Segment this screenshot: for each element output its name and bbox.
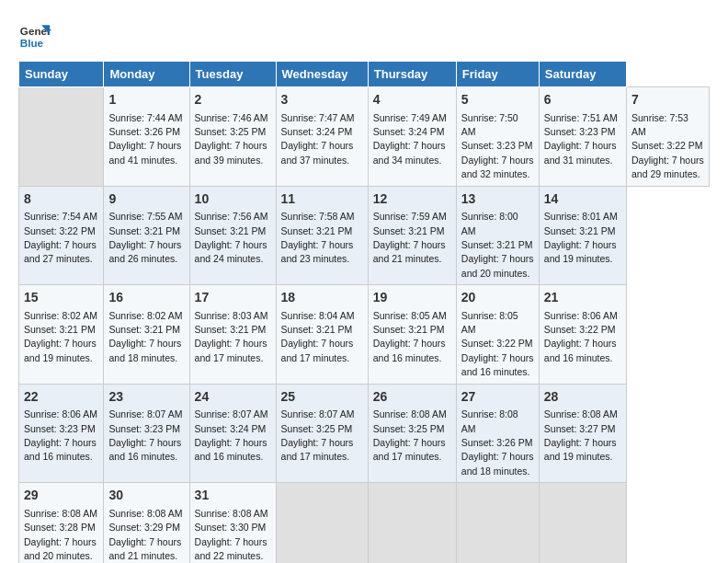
day-info: Sunrise: 7:44 AMSunset: 3:26 PMDaylight:… (108, 112, 182, 166)
day-number: 4 (373, 91, 451, 109)
day-info: Sunrise: 8:00 AMSunset: 3:21 PMDaylight:… (461, 211, 534, 279)
day-info: Sunrise: 8:08 AMSunset: 3:30 PMDaylight:… (195, 508, 268, 561)
day-number: 30 (108, 487, 184, 505)
day-number: 15 (24, 289, 98, 307)
svg-text:Blue: Blue (20, 37, 44, 49)
day-info: Sunrise: 7:56 AMSunset: 3:21 PMDaylight:… (195, 211, 268, 264)
table-row: 2Sunrise: 7:46 AMSunset: 3:25 PMDaylight… (189, 87, 276, 187)
table-row: 27Sunrise: 8:08 AMSunset: 3:26 PMDayligh… (456, 384, 539, 483)
table-row: 14Sunrise: 8:01 AMSunset: 3:21 PMDayligh… (539, 186, 626, 285)
day-info: Sunrise: 7:59 AMSunset: 3:21 PMDaylight:… (373, 211, 447, 264)
day-number: 8 (24, 190, 98, 209)
table-row: 25Sunrise: 8:07 AMSunset: 3:25 PMDayligh… (276, 384, 368, 483)
weekday-header-wednesday: Wednesday (276, 62, 368, 87)
table-row: 4Sunrise: 7:49 AMSunset: 3:24 PMDaylight… (368, 87, 456, 187)
day-number: 19 (373, 289, 451, 307)
day-number: 13 (461, 190, 534, 209)
day-info: Sunrise: 8:08 AMSunset: 3:27 PMDaylight:… (544, 408, 618, 462)
table-row (456, 483, 539, 563)
weekday-header-sunday: Sunday (19, 62, 104, 87)
table-row: 30Sunrise: 8:08 AMSunset: 3:29 PMDayligh… (104, 483, 189, 563)
day-info: Sunrise: 8:08 AMSunset: 3:29 PMDaylight:… (108, 508, 182, 561)
calendar-table: SundayMondayTuesdayWednesdayThursdayFrid… (18, 61, 710, 563)
day-info: Sunrise: 8:05 AMSunset: 3:21 PMDaylight:… (373, 310, 447, 363)
weekday-header-tuesday: Tuesday (189, 62, 276, 87)
day-number: 6 (544, 91, 621, 109)
table-row: 29Sunrise: 8:08 AMSunset: 3:28 PMDayligh… (19, 483, 104, 563)
weekday-header-thursday: Thursday (368, 62, 456, 87)
day-info: Sunrise: 8:02 AMSunset: 3:21 PMDaylight:… (24, 310, 97, 363)
empty-cell (19, 87, 104, 187)
day-info: Sunrise: 7:50 AMSunset: 3:23 PMDaylight:… (461, 112, 534, 180)
table-row (539, 483, 626, 563)
day-number: 2 (195, 91, 271, 109)
day-info: Sunrise: 7:58 AMSunset: 3:21 PMDaylight:… (281, 211, 355, 264)
day-info: Sunrise: 8:06 AMSunset: 3:22 PMDaylight:… (544, 310, 618, 363)
table-row: 16Sunrise: 8:02 AMSunset: 3:21 PMDayligh… (104, 285, 189, 385)
table-row: 22Sunrise: 8:06 AMSunset: 3:23 PMDayligh… (19, 384, 104, 483)
day-number: 27 (461, 388, 534, 407)
day-number: 9 (108, 190, 184, 209)
day-info: Sunrise: 7:49 AMSunset: 3:24 PMDaylight:… (373, 112, 447, 166)
day-number: 24 (195, 388, 271, 407)
day-number: 14 (544, 190, 621, 209)
day-info: Sunrise: 8:07 AMSunset: 3:25 PMDaylight:… (281, 408, 355, 462)
day-number: 17 (195, 289, 271, 307)
table-row: 3Sunrise: 7:47 AMSunset: 3:24 PMDaylight… (276, 87, 368, 187)
table-row: 10Sunrise: 7:56 AMSunset: 3:21 PMDayligh… (189, 186, 276, 285)
table-row: 12Sunrise: 7:59 AMSunset: 3:21 PMDayligh… (368, 186, 456, 285)
table-row: 1Sunrise: 7:44 AMSunset: 3:26 PMDaylight… (104, 87, 189, 187)
day-number: 5 (461, 91, 534, 109)
day-info: Sunrise: 8:07 AMSunset: 3:23 PMDaylight:… (108, 408, 182, 462)
table-row (368, 483, 456, 563)
table-row: 11Sunrise: 7:58 AMSunset: 3:21 PMDayligh… (276, 186, 368, 285)
day-number: 10 (195, 190, 271, 209)
day-number: 11 (281, 190, 363, 209)
table-row: 7Sunrise: 7:53 AMSunset: 3:22 PMDaylight… (626, 87, 709, 187)
table-row: 6Sunrise: 7:51 AMSunset: 3:23 PMDaylight… (539, 87, 626, 187)
day-number: 28 (544, 388, 621, 407)
day-number: 23 (108, 388, 184, 407)
day-info: Sunrise: 7:55 AMSunset: 3:21 PMDaylight:… (108, 211, 182, 264)
day-info: Sunrise: 8:06 AMSunset: 3:23 PMDaylight:… (24, 408, 97, 462)
day-info: Sunrise: 7:53 AMSunset: 3:22 PMDaylight:… (631, 112, 704, 180)
table-row: 8Sunrise: 7:54 AMSunset: 3:22 PMDaylight… (19, 186, 104, 285)
page-header: General Blue (18, 18, 710, 52)
day-number: 7 (631, 91, 704, 109)
day-info: Sunrise: 8:08 AMSunset: 3:26 PMDaylight:… (461, 408, 534, 477)
day-info: Sunrise: 8:05 AMSunset: 3:22 PMDaylight:… (461, 310, 534, 378)
day-info: Sunrise: 8:08 AMSunset: 3:25 PMDaylight:… (373, 408, 447, 462)
table-row: 24Sunrise: 8:07 AMSunset: 3:24 PMDayligh… (189, 384, 276, 483)
day-number: 21 (544, 289, 621, 307)
table-row: 18Sunrise: 8:04 AMSunset: 3:21 PMDayligh… (276, 285, 368, 385)
weekday-header-monday: Monday (104, 62, 189, 87)
day-info: Sunrise: 7:47 AMSunset: 3:24 PMDaylight:… (281, 112, 355, 166)
table-row: 9Sunrise: 7:55 AMSunset: 3:21 PMDaylight… (104, 186, 189, 285)
day-info: Sunrise: 8:08 AMSunset: 3:28 PMDaylight:… (24, 508, 97, 561)
day-info: Sunrise: 8:01 AMSunset: 3:21 PMDaylight:… (544, 211, 618, 264)
day-info: Sunrise: 8:03 AMSunset: 3:21 PMDaylight:… (195, 310, 268, 363)
table-row: 20Sunrise: 8:05 AMSunset: 3:22 PMDayligh… (456, 285, 539, 385)
day-number: 25 (281, 388, 363, 407)
table-row: 19Sunrise: 8:05 AMSunset: 3:21 PMDayligh… (368, 285, 456, 385)
table-row: 17Sunrise: 8:03 AMSunset: 3:21 PMDayligh… (189, 285, 276, 385)
table-row: 23Sunrise: 8:07 AMSunset: 3:23 PMDayligh… (104, 384, 189, 483)
day-number: 26 (373, 388, 451, 407)
table-row: 28Sunrise: 8:08 AMSunset: 3:27 PMDayligh… (539, 384, 626, 483)
table-row: 21Sunrise: 8:06 AMSunset: 3:22 PMDayligh… (539, 285, 626, 385)
day-info: Sunrise: 7:54 AMSunset: 3:22 PMDaylight:… (24, 211, 97, 264)
day-number: 12 (373, 190, 451, 209)
day-number: 31 (195, 487, 271, 505)
table-row: 5Sunrise: 7:50 AMSunset: 3:23 PMDaylight… (456, 87, 539, 187)
day-number: 16 (108, 289, 184, 307)
day-number: 20 (461, 289, 534, 307)
day-number: 18 (281, 289, 363, 307)
day-number: 3 (281, 91, 363, 109)
day-info: Sunrise: 8:07 AMSunset: 3:24 PMDaylight:… (195, 408, 268, 462)
day-number: 22 (24, 388, 98, 407)
table-row (276, 483, 368, 563)
logo: General Blue (18, 18, 51, 52)
table-row: 13Sunrise: 8:00 AMSunset: 3:21 PMDayligh… (456, 186, 539, 285)
table-row: 31Sunrise: 8:08 AMSunset: 3:30 PMDayligh… (189, 483, 276, 563)
weekday-header-saturday: Saturday (539, 62, 626, 87)
